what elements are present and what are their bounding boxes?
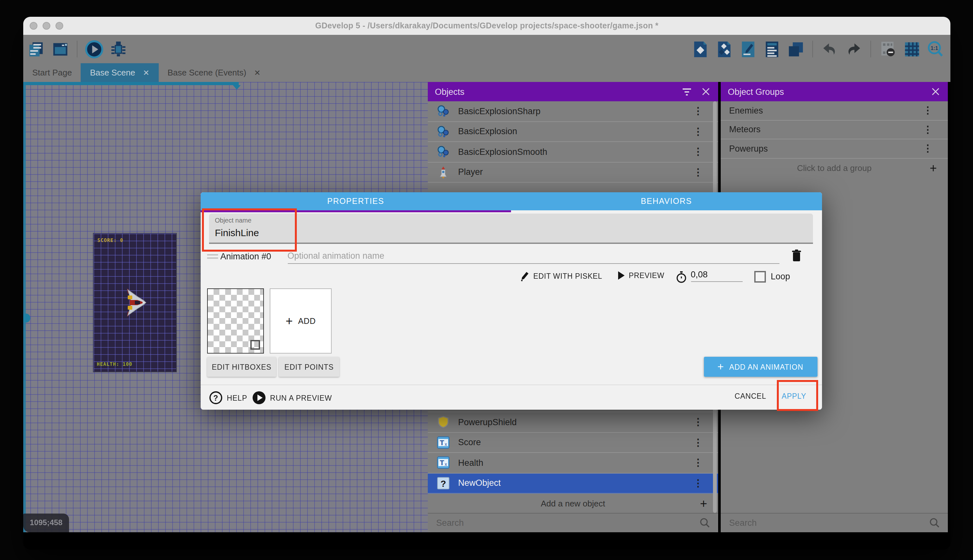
plus-icon: + [700, 497, 707, 511]
svg-text:T: T [440, 438, 444, 447]
object-editor-dialog: PROPERTIES BEHAVIORS Object name FinishL… [200, 192, 822, 410]
group-row[interactable]: Powerups ⋮ [721, 139, 948, 158]
close-tab-icon[interactable]: ✕ [254, 68, 260, 77]
tab-start-page[interactable]: Start Page [23, 63, 81, 82]
player-ship-sprite[interactable] [124, 288, 147, 317]
unknown-object-icon: ? [437, 477, 450, 490]
run-a-preview-button[interactable]: RUN A PREVIEW [252, 391, 332, 405]
player-icon [437, 166, 450, 179]
time-between-frames-input[interactable]: 0,08 [691, 270, 742, 282]
object-name-field[interactable]: Object name FinishLine [209, 213, 813, 244]
object-menu-icon[interactable]: ⋮ [692, 146, 704, 158]
svg-text:?: ? [440, 478, 446, 488]
group-menu-icon[interactable]: ⋮ [922, 143, 934, 155]
groups-panel-title: Object Groups [728, 87, 784, 97]
objects-search-field[interactable]: Search [428, 513, 718, 532]
drag-handle-icon[interactable] [207, 254, 218, 261]
canvas-hscroll-handle[interactable] [233, 85, 241, 89]
animation-frame-thumbnail[interactable] [207, 288, 264, 353]
layers-icon[interactable] [786, 39, 805, 59]
scene-window-icon[interactable] [50, 39, 70, 59]
tab-properties[interactable]: PROPERTIES [200, 192, 511, 210]
add-object-group-icon[interactable] [714, 39, 734, 59]
groups-panel-header: Object Groups [721, 82, 948, 101]
mask-instances-icon[interactable] [878, 39, 898, 59]
object-menu-icon[interactable]: ⋮ [692, 477, 704, 489]
objects-panel-title: Objects [435, 87, 465, 97]
add-group-row[interactable]: Click to add a group + [721, 158, 948, 178]
debug-icon[interactable] [108, 39, 128, 59]
canvas-vscroll-handle[interactable] [23, 313, 30, 323]
tab-base-scene[interactable]: Base Scene ✕ [81, 63, 158, 82]
text-object-icon: Tx [437, 457, 450, 469]
dialog-tabs: PROPERTIES BEHAVIORS [200, 192, 822, 210]
object-row-selected[interactable]: ? NewObject ⋮ [428, 473, 718, 493]
editor-tabs: Start Page Base Scene ✕ Base Scene (Even… [23, 63, 950, 82]
zoom-1-1-icon[interactable]: 1:1 [926, 39, 945, 59]
game-area-preview[interactable]: SCORE: 0 HEALTH: 100 [93, 233, 176, 372]
annotation-box-apply [776, 380, 818, 411]
explosion-icon [437, 125, 450, 138]
edit-points-button[interactable]: EDIT POINTS [279, 357, 339, 377]
tab-base-scene-events[interactable]: Base Scene (Events) ✕ [158, 63, 269, 82]
toolbar-separator [77, 41, 77, 57]
object-menu-icon[interactable]: ⋮ [692, 105, 704, 117]
object-menu-icon[interactable]: ⋮ [692, 437, 704, 448]
groups-search-placeholder: Search [729, 518, 929, 528]
filter-icon[interactable] [680, 85, 694, 99]
groups-search-field[interactable]: Search [721, 513, 948, 532]
canvas-vertical-scrollbar[interactable] [23, 82, 26, 532]
object-row[interactable]: Tx Score ⋮ [428, 433, 718, 453]
group-row[interactable]: Meteors ⋮ [721, 120, 948, 139]
object-menu-icon[interactable]: ⋮ [692, 167, 704, 178]
help-button[interactable]: ? HELP [209, 391, 247, 405]
stopwatch-icon [675, 271, 687, 283]
instances-list-icon[interactable] [762, 39, 781, 59]
delete-animation-icon[interactable] [791, 249, 802, 262]
close-tab-icon[interactable]: ✕ [143, 68, 149, 77]
redo-icon[interactable] [844, 39, 863, 59]
object-row[interactable]: BasicExplosionSmooth ⋮ [428, 142, 718, 162]
add-object-row[interactable]: Add a new object + [428, 493, 718, 513]
edit-properties-icon[interactable] [738, 39, 758, 59]
plus-icon: + [930, 161, 937, 175]
title-bar: GDevelop 5 - /Users/dkarakay/Documents/G… [23, 17, 950, 35]
play-preview-icon[interactable] [85, 39, 104, 59]
text-object-icon: Tx [437, 436, 450, 449]
svg-text:T: T [440, 459, 444, 467]
close-panel-icon[interactable] [699, 85, 713, 99]
object-menu-icon[interactable]: ⋮ [692, 457, 704, 469]
undo-icon[interactable] [820, 39, 840, 59]
object-row[interactable]: BasicExplosionSharp ⋮ [428, 101, 718, 122]
game-score-text: SCORE: 0 [97, 237, 123, 243]
edit-hitboxes-button[interactable]: EDIT HITBOXES [207, 357, 276, 377]
window-title: GDevelop 5 - /Users/dkarakay/Documents/G… [23, 17, 950, 35]
svg-text:?: ? [213, 393, 218, 402]
add-object-icon[interactable] [690, 39, 710, 59]
object-row[interactable]: Player ⋮ [428, 162, 718, 183]
object-menu-icon[interactable]: ⋮ [692, 126, 704, 137]
group-menu-icon[interactable]: ⋮ [922, 124, 934, 135]
grid-icon[interactable] [902, 39, 921, 59]
pencil-icon [520, 271, 530, 281]
cancel-button[interactable]: CANCEL [735, 392, 766, 400]
frame-corner-marker [250, 340, 260, 350]
object-menu-icon[interactable]: ⋮ [692, 417, 704, 428]
preview-button[interactable]: PREVIEW [617, 271, 664, 280]
group-menu-icon[interactable]: ⋮ [922, 105, 934, 117]
object-row[interactable]: Tx Health ⋮ [428, 453, 718, 473]
project-manager-icon[interactable] [27, 39, 46, 59]
close-panel-icon[interactable] [928, 85, 943, 99]
edit-with-piskel-button[interactable]: EDIT WITH PISKEL [520, 271, 602, 281]
objects-panel-header: Objects [428, 82, 718, 101]
object-row[interactable]: PowerupShield ⋮ [428, 412, 718, 433]
tab-behaviors[interactable]: BEHAVIORS [511, 192, 822, 210]
add-animation-button[interactable]: + ADD AN ANIMATION [704, 357, 817, 377]
loop-label: Loop [771, 272, 790, 281]
add-frame-button[interactable]: + ADD [270, 288, 332, 353]
animation-name-input[interactable]: Optional animation name [287, 249, 779, 264]
loop-checkbox[interactable] [754, 271, 766, 283]
group-row[interactable]: Enemies ⋮ [721, 101, 948, 120]
canvas-horizontal-scrollbar[interactable] [23, 82, 239, 85]
object-row[interactable]: BasicExplosion ⋮ [428, 122, 718, 142]
